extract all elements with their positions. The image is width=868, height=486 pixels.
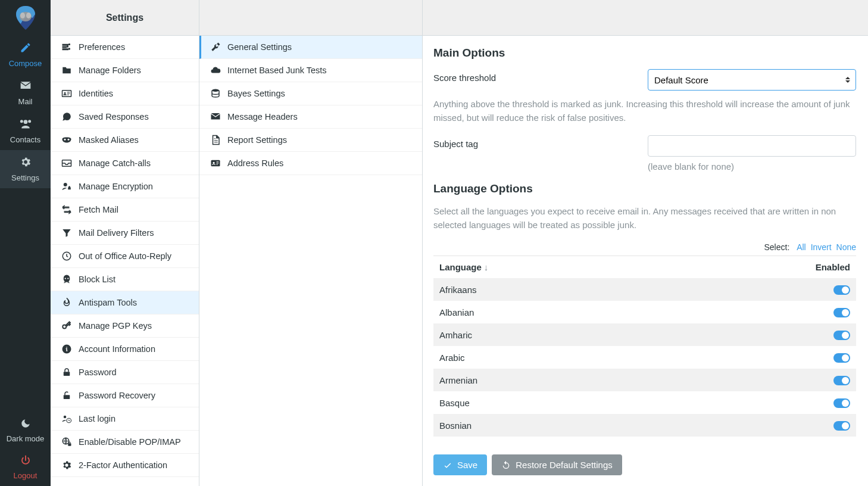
nav-compose-label: Compose <box>9 59 42 68</box>
language-row: Arabic <box>433 346 856 369</box>
settings-subcategories-list: General SettingsInternet Based Junk Test… <box>199 36 422 486</box>
footer-actions: Save Restore Default Settings <box>423 447 868 486</box>
category-item[interactable]: Last login <box>51 407 199 431</box>
language-toggle[interactable] <box>833 376 850 385</box>
category-label: Password <box>79 367 117 377</box>
nav-settings[interactable]: Settings <box>0 150 51 188</box>
info-icon <box>60 344 74 354</box>
subcategory-item[interactable]: Internet Based Junk Tests <box>199 59 422 82</box>
nav-mail[interactable]: Mail <box>0 74 51 112</box>
svg-point-11 <box>64 183 67 186</box>
language-toggle[interactable] <box>833 285 850 295</box>
subcategory-item[interactable]: General Settings <box>199 36 422 59</box>
enabled-column-header[interactable]: Enabled <box>673 256 856 279</box>
subcategory-item[interactable]: Address Rules <box>199 152 422 175</box>
category-label: Mail Delivery Filters <box>79 228 154 238</box>
category-item[interactable]: Manage Encryption <box>51 175 199 198</box>
svg-rect-17 <box>64 372 70 376</box>
language-toggle[interactable] <box>833 331 850 340</box>
settings-categories-list: PreferencesManage FoldersIdentitiesSaved… <box>51 36 199 486</box>
svg-point-4 <box>67 46 68 48</box>
comment-icon <box>60 111 74 122</box>
svg-rect-18 <box>64 395 70 399</box>
contacts-icon <box>0 118 51 133</box>
category-item[interactable]: Account Information <box>51 338 199 361</box>
select-invert-link[interactable]: Invert <box>811 242 832 252</box>
app-logo <box>0 0 51 36</box>
save-button[interactable]: Save <box>433 454 487 475</box>
subcategory-item[interactable]: Bayes Settings <box>199 82 422 105</box>
svg-point-3 <box>68 43 70 45</box>
subject-tag-input[interactable] <box>648 135 856 157</box>
unlock-icon <box>60 390 74 401</box>
mail-icon <box>0 80 51 95</box>
category-item[interactable]: Manage PGP Keys <box>51 314 199 338</box>
category-item[interactable]: Password Recovery <box>51 384 199 407</box>
nav-compose[interactable]: Compose <box>0 36 51 74</box>
language-table: Language↓ Enabled AfrikaansAlbanianAmhar… <box>433 256 856 437</box>
cloud-icon <box>208 65 223 76</box>
envelope-icon <box>208 111 223 122</box>
category-item[interactable]: Enable/Disable POP/IMAP <box>51 431 199 454</box>
folder-icon <box>60 65 74 76</box>
select-none-link[interactable]: None <box>836 242 856 252</box>
category-item[interactable]: Manage Folders <box>51 59 199 82</box>
category-item[interactable]: Identities <box>51 82 199 105</box>
svg-point-9 <box>68 139 70 141</box>
gear-icon <box>60 460 74 471</box>
language-row: Armenian <box>433 369 856 391</box>
category-label: 2-Factor Authentication <box>79 460 167 470</box>
score-threshold-label: Score threshold <box>433 69 648 83</box>
settings-icon <box>0 156 51 171</box>
language-name: Bosnian <box>433 414 673 437</box>
svg-point-14 <box>67 278 68 279</box>
svg-point-15 <box>63 325 66 329</box>
svg-point-8 <box>64 139 66 141</box>
category-label: Last login <box>79 414 115 423</box>
category-item[interactable]: 2-Factor Authentication <box>51 454 199 477</box>
category-item[interactable]: Masked Aliases <box>51 129 199 152</box>
nav-darkmode[interactable]: Dark mode <box>0 412 51 449</box>
score-threshold-select[interactable]: Default Score <box>648 69 856 91</box>
language-name: Amharic <box>433 323 673 346</box>
svg-point-2 <box>26 13 31 18</box>
nav-darkmode-label: Dark mode <box>7 434 45 443</box>
language-toggle[interactable] <box>833 353 850 363</box>
power-icon <box>0 455 51 469</box>
svg-point-7 <box>64 92 66 94</box>
settings-column-header: Settings <box>51 0 199 36</box>
id-card-icon <box>60 88 74 99</box>
language-toggle[interactable] <box>833 421 850 431</box>
category-item[interactable]: Out of Office Auto-Reply <box>51 245 199 268</box>
filter-icon <box>60 228 74 238</box>
language-row: Afrikaans <box>433 278 856 301</box>
clock-icon <box>60 251 74 261</box>
svg-point-25 <box>213 162 215 164</box>
language-column-header[interactable]: Language↓ <box>433 256 673 279</box>
category-item[interactable]: Manage Catch-alls <box>51 152 199 175</box>
users-clock-icon <box>60 413 74 424</box>
category-item[interactable]: Preferences <box>51 36 199 59</box>
language-toggle[interactable] <box>833 398 850 408</box>
subcategory-label: General Settings <box>227 42 292 52</box>
language-name: Albanian <box>433 301 673 323</box>
category-item[interactable]: Saved Responses <box>51 105 199 129</box>
subcategory-item[interactable]: Report Settings <box>199 129 422 152</box>
subcategory-item[interactable]: Message Headers <box>199 105 422 129</box>
language-row: Albanian <box>433 301 856 323</box>
category-item[interactable]: Fetch Mail <box>51 198 199 222</box>
category-item[interactable]: Antispam Tools <box>51 291 199 314</box>
language-toggle[interactable] <box>833 308 850 317</box>
svg-point-13 <box>65 278 66 279</box>
select-all-link[interactable]: All <box>797 242 806 252</box>
nav-logout[interactable]: Logout <box>0 449 51 486</box>
category-item[interactable]: Password <box>51 361 199 384</box>
globe-lock-icon <box>60 437 74 447</box>
category-item[interactable]: Mail Delivery Filters <box>51 222 199 245</box>
category-label: Identities <box>79 89 113 98</box>
sort-arrow-icon: ↓ <box>484 262 489 272</box>
category-item[interactable]: Block List <box>51 268 199 291</box>
nav-contacts[interactable]: Contacts <box>0 112 51 150</box>
tools-icon <box>208 42 223 52</box>
restore-defaults-button[interactable]: Restore Default Settings <box>492 454 622 475</box>
